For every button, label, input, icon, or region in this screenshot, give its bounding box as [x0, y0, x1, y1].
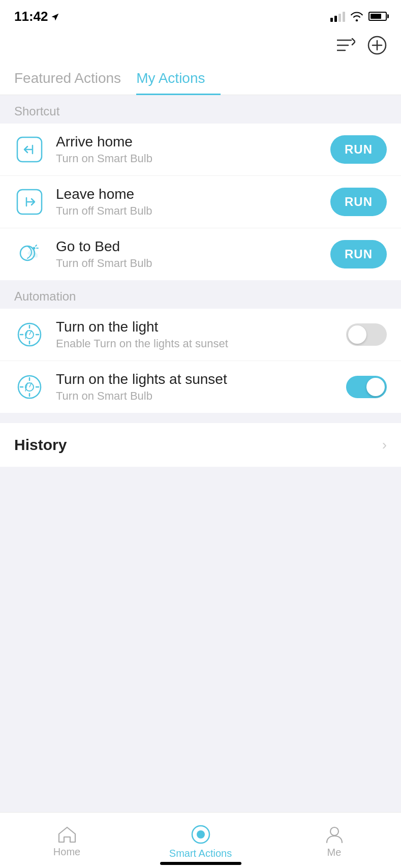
- section-header-automation: Automation: [0, 280, 401, 309]
- leave-home-icon: [14, 187, 45, 217]
- arrive-home-icon: [14, 134, 45, 165]
- arrive-home-text: Arrive home Turn on Smart Bulb: [56, 134, 319, 165]
- nav-item-smart-actions[interactable]: Smart Actions: [134, 824, 267, 859]
- nav-item-me[interactable]: Me: [267, 825, 401, 858]
- sort-button[interactable]: [337, 38, 355, 53]
- status-bar: 11:42: [0, 0, 401, 31]
- home-indicator: [160, 862, 241, 865]
- arrive-home-subtitle: Turn on Smart Bulb: [56, 152, 319, 165]
- header: [0, 31, 401, 63]
- add-button[interactable]: [367, 36, 387, 55]
- battery-icon: [368, 12, 387, 21]
- tab-my-actions[interactable]: My Actions: [136, 63, 220, 95]
- arrive-home-title: Arrive home: [56, 134, 319, 150]
- turn-on-light-subtitle: Enable Turn on the lights at sunset: [56, 337, 335, 350]
- leave-home-run-button[interactable]: RUN: [330, 188, 387, 216]
- svg-line-12: [36, 245, 37, 246]
- bottom-nav: Home Smart Actions Me: [0, 812, 401, 868]
- turn-on-sunset-subtitle: Turn on Smart Bulb: [56, 390, 335, 403]
- signal-icon: [330, 11, 345, 22]
- smart-actions-nav-label: Smart Actions: [169, 848, 232, 859]
- status-time: 11:42: [14, 9, 60, 24]
- home-nav-icon: [57, 826, 77, 843]
- nav-item-home[interactable]: Home: [0, 826, 134, 858]
- home-nav-label: Home: [53, 846, 80, 858]
- go-to-bed-title: Go to Bed: [56, 238, 319, 255]
- history-title: History: [14, 436, 67, 454]
- go-to-bed-run-button[interactable]: RUN: [330, 240, 387, 268]
- list-item-turn-on-light: Turn on the light Enable Turn on the lig…: [0, 309, 401, 361]
- list-item-turn-on-sunset: Turn on the lights at sunset Turn on Sma…: [0, 361, 401, 413]
- tabs: Featured Actions My Actions: [0, 63, 401, 95]
- location-arrow-icon: [51, 12, 60, 21]
- turn-on-sunset-toggle[interactable]: [346, 376, 387, 398]
- history-row[interactable]: History ›: [0, 423, 401, 467]
- status-icons: [330, 11, 387, 22]
- me-nav-icon: [326, 825, 343, 844]
- turn-on-light-text: Turn on the light Enable Turn on the lig…: [56, 319, 335, 350]
- page-spacer: [0, 467, 401, 558]
- wifi-icon: [350, 11, 363, 21]
- svg-point-11: [33, 247, 36, 250]
- turn-on-sunset-text: Turn on the lights at sunset Turn on Sma…: [56, 371, 335, 403]
- go-to-bed-text: Go to Bed Turn off Smart Bulb: [56, 238, 319, 270]
- list-item-leave-home: Leave home Turn off Smart Bulb RUN: [0, 176, 401, 228]
- turn-on-sunset-icon: [14, 372, 45, 402]
- me-nav-label: Me: [327, 847, 342, 858]
- shortcut-list: Arrive home Turn on Smart Bulb RUN Leave…: [0, 124, 401, 280]
- turn-on-light-toggle[interactable]: [346, 323, 387, 346]
- go-to-bed-icon: [14, 239, 45, 270]
- leave-home-text: Leave home Turn off Smart Bulb: [56, 186, 319, 218]
- list-item-go-to-bed: Go to Bed Turn off Smart Bulb RUN: [0, 228, 401, 280]
- turn-on-sunset-title: Turn on the lights at sunset: [56, 371, 335, 387]
- go-to-bed-subtitle: Turn off Smart Bulb: [56, 257, 319, 270]
- section-header-shortcut: Shortcut: [0, 95, 401, 124]
- leave-home-title: Leave home: [56, 186, 319, 202]
- list-item-arrive-home: Arrive home Turn on Smart Bulb RUN: [0, 124, 401, 176]
- arrive-home-run-button[interactable]: RUN: [330, 135, 387, 164]
- svg-point-27: [197, 830, 205, 839]
- chevron-right-icon: ›: [382, 437, 387, 453]
- automation-list: Turn on the light Enable Turn on the lig…: [0, 309, 401, 413]
- turn-on-light-icon: [14, 319, 45, 350]
- turn-on-light-title: Turn on the light: [56, 319, 335, 335]
- leave-home-subtitle: Turn off Smart Bulb: [56, 204, 319, 218]
- smart-actions-nav-icon: [191, 824, 211, 845]
- svg-point-28: [330, 827, 338, 835]
- time-display: 11:42: [14, 9, 48, 24]
- tab-featured-actions[interactable]: Featured Actions: [14, 63, 136, 95]
